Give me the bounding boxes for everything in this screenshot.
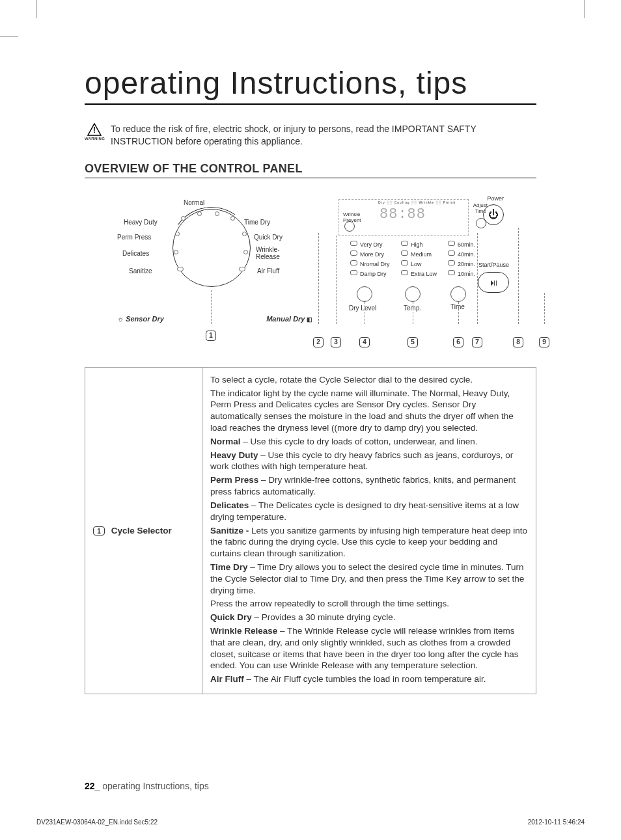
callout-line [336,236,337,324]
row-label-cell: 1 Cycle Selector [85,367,202,694]
opt-very-dry: Very Dry [350,241,390,248]
warning-label: WARNING [85,137,104,141]
delicates-line: Delicates – The Delicates cycle is desig… [210,500,528,523]
page-content: operating Instructions, tips ! WARNING T… [0,0,621,727]
row-number-pill: 1 [93,526,105,535]
dial-time-dry: Time Dry [244,219,270,226]
quick-t: – Provides a 30 minute drying cycle. [252,612,396,622]
sanitize-line: Sanitize - Lets you sanitize garments by… [210,525,528,560]
callout-7: 7 [472,337,482,347]
callout-line [413,302,413,324]
dial-dot [175,232,180,236]
page-number: 22 [85,781,95,791]
sensor-arc [164,200,259,295]
temp-knob [405,286,421,302]
callout-line [365,302,365,324]
dry-level-knob [357,286,372,302]
callout-3: 3 [331,337,341,347]
display-panel: Wrinkle Prevent 88:88 Dry ░░ Cooling ░░ … [338,199,469,236]
source-file: DV231AEW-03064A-02_EN.indd Sec5:22 [36,819,158,826]
temp-options: High Medium Low Extra Low [401,241,437,277]
dial-delicates: Delicates [122,250,149,257]
timedry-t: – Time Dry allows you to select the desi… [210,562,524,595]
quick-line: Quick Dry – Provides a 30 minute drying … [210,612,528,623]
page-footer: 22_ operating Instructions, tips [85,781,209,791]
dial-heavy-duty: Heavy Duty [124,219,158,226]
svg-text:!: ! [93,126,96,135]
print-datetime: 2012-10-11 5:46:24 [528,819,585,826]
dial-dot [215,211,219,216]
callout-line [458,302,459,324]
footer-label: _ operating Instructions, tips [95,781,209,791]
callout-1: 1 [206,331,216,341]
normal-b: Normal [210,437,241,446]
start-pause-label: Start/Pause [478,262,509,268]
time-display: 88:88 [380,206,426,223]
quick-b: Quick Dry [210,612,252,622]
print-metadata: DV231AEW-03064A-02_EN.indd Sec5:22 2012-… [36,819,585,826]
dial-normal: Normal [184,199,204,206]
opt-20: 20min. [448,260,475,267]
warning-text: To reduce the risk of fire, electric sho… [111,123,536,148]
warning-icon: ! WARNING [85,123,104,141]
callout-line [318,233,319,324]
spec-table: 1 Cycle Selector To select a cycle, rota… [85,367,536,694]
dial-dot [174,250,178,254]
airfluff-b: Air Fluff [210,674,244,684]
dial-wrinkle-release: Wrinkle- Release [256,246,280,260]
callout-line [544,293,545,324]
sensor-dry-label: Sensor Dry [117,315,164,323]
callout-5: 5 [407,337,418,347]
wrinkle-prevent-knob [344,221,355,232]
intro-1: To select a cycle, rotate the Cycle Sele… [210,374,528,386]
start-pause-button: ⏯ [478,272,509,293]
callout-6: 6 [453,337,463,347]
callout-4: 4 [359,337,370,347]
dial-dot [197,211,202,216]
power-icon: ⏻ [488,209,499,221]
callout-9: 9 [539,337,549,347]
callout-line [477,233,478,324]
opt-extra-low: Extra Low [401,270,437,277]
stage-indicators: Dry ░░ Cooling ░░ Wrinkle ░░ Finish [378,200,456,204]
row-title: Cycle Selector [111,526,172,535]
cycle-dial-area: Heavy Duty Normal Time Dry Perm Press Qu… [124,199,299,323]
right-cluster: Wrinkle Prevent 88:88 Dry ░░ Cooling ░░ … [306,199,530,329]
timedry-extra: Press the arrow repeatedly to scroll thr… [210,598,528,610]
delicates-b: Delicates [210,500,249,510]
page-title: operating Instructions, tips [85,65,536,105]
section-heading: OVERVIEW OF THE CONTROL PANEL [85,162,536,178]
crop-top-right [584,0,585,18]
intro-2: The indicator light by the cycle name wi… [210,388,528,434]
warning-block: ! WARNING To reduce the risk of fire, el… [85,123,536,148]
row-desc-cell: To select a cycle, rotate the Cycle Sele… [202,367,536,694]
opt-60: 60min. [448,241,475,248]
play-pause-icon: ⏯ [489,277,498,288]
wrinkle-b: Wrinkle Release [210,626,277,636]
callout-2: 2 [313,337,324,347]
perm-line: Perm Press – Dry wrinkle-free cottons, s… [210,474,528,498]
opt-damp-dry: Damp Dry [350,270,390,277]
airfluff-t: – The Air Fluff cycle tumbles the load i… [244,674,486,684]
power-label: Power [487,195,504,202]
airfluff-line: Air Fluff – The Air Fluff cycle tumbles … [210,673,528,685]
crop-left [0,36,18,37]
normal-t: – Use this cycle to dry loads of cotton,… [241,437,478,446]
dial-dot [230,216,235,221]
control-panel-figure: Heavy Duty Normal Time Dry Perm Press Qu… [85,193,536,355]
time-knob [450,286,466,302]
dial-air-fluff: Air Fluff [257,267,279,275]
time-options: 60min. 40min. 20min. 10min. [448,241,475,277]
heavy-line: Heavy Duty – Use this cycle to dry heavy… [210,450,528,473]
time-label: Time [450,303,465,310]
opt-medium: Medium [401,251,437,258]
heavy-b: Heavy Duty [210,450,258,460]
dial-dot-oval [239,267,245,271]
dry-level-options: Very Dry More Dry Nromal Dry Damp Dry [350,241,390,277]
opt-10: 10min. [448,270,475,277]
power-button: ⏻ [483,204,504,225]
callout-8: 8 [513,337,523,347]
opt-normal-dry: Nromal Dry [350,260,390,267]
wrinkle-line: Wrinkle Release – The Wrinkle Release cy… [210,625,528,671]
table-row: 1 Cycle Selector To select a cycle, rota… [85,367,536,694]
